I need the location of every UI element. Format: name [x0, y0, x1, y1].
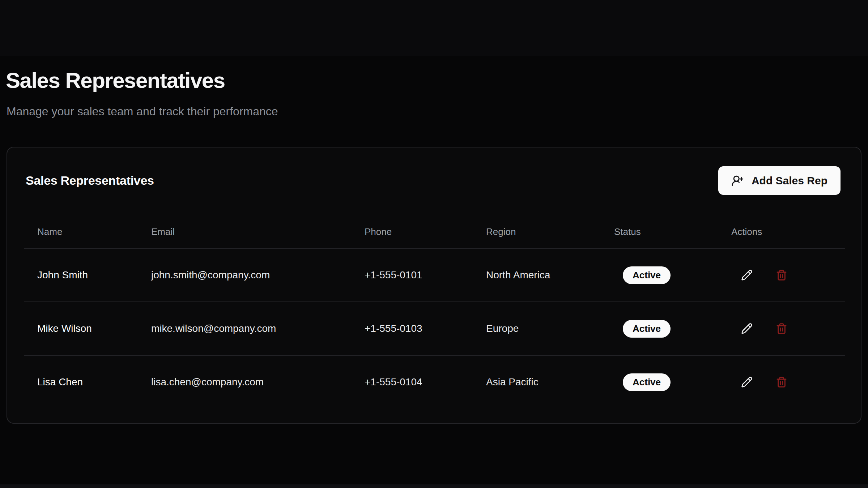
status-badge: Active [623, 320, 671, 338]
edit-button[interactable] [740, 321, 754, 336]
status-badge: Active [623, 266, 671, 284]
rep-phone: +1-555-0103 [365, 302, 486, 355]
column-header-actions: Actions [731, 215, 845, 248]
trash-icon [776, 269, 787, 281]
status-badge: Active [623, 373, 671, 391]
trash-icon [776, 376, 787, 388]
rep-region: North America [486, 248, 614, 302]
pencil-icon [741, 269, 753, 281]
page-title: Sales Representatives [6, 68, 225, 93]
card-header: Sales Representatives Add Sales Rep [7, 147, 861, 195]
rep-region: Asia Pacific [486, 355, 614, 408]
row-actions [731, 356, 845, 408]
add-sales-rep-label: Add Sales Rep [752, 175, 827, 187]
top-background-band [0, 0, 868, 56]
delete-button[interactable] [774, 375, 789, 389]
rep-email: mike.wilson@company.com [151, 302, 365, 355]
rep-email: john.smith@company.com [151, 248, 365, 302]
rep-region: Europe [486, 302, 614, 355]
trash-icon [776, 323, 787, 334]
pencil-icon [741, 376, 753, 388]
delete-button[interactable] [774, 321, 789, 336]
table-header-row: Name Email Phone Region Status Actions [24, 215, 845, 248]
edit-button[interactable] [740, 375, 754, 389]
page-subtitle: Manage your sales team and track their p… [7, 105, 278, 118]
rep-phone: +1-555-0104 [365, 355, 486, 408]
column-header-phone: Phone [365, 215, 486, 248]
bottom-edge-strip [0, 484, 868, 488]
rep-name: Mike Wilson [24, 302, 151, 355]
column-header-status: Status [614, 215, 731, 248]
table-row: Lisa Chen lisa.chen@company.com +1-555-0… [24, 355, 845, 408]
sales-reps-table: Name Email Phone Region Status Actions J… [24, 215, 845, 408]
column-header-name: Name [24, 215, 151, 248]
rep-name: John Smith [24, 248, 151, 302]
rep-name: Lisa Chen [24, 355, 151, 408]
row-actions [731, 249, 845, 301]
delete-button[interactable] [774, 268, 789, 282]
row-actions [731, 302, 845, 355]
sales-representatives-card: Sales Representatives Add Sales Rep Name… [7, 147, 861, 424]
add-sales-rep-button[interactable]: Add Sales Rep [718, 166, 841, 195]
user-plus-icon [731, 175, 744, 187]
card-title: Sales Representatives [26, 174, 154, 188]
column-header-email: Email [151, 215, 365, 248]
table-row: Mike Wilson mike.wilson@company.com +1-5… [24, 302, 845, 355]
rep-email: lisa.chen@company.com [151, 355, 365, 408]
edit-button[interactable] [740, 268, 754, 282]
rep-phone: +1-555-0101 [365, 248, 486, 302]
column-header-region: Region [486, 215, 614, 248]
pencil-icon [741, 323, 753, 334]
table-row: John Smith john.smith@company.com +1-555… [24, 248, 845, 302]
